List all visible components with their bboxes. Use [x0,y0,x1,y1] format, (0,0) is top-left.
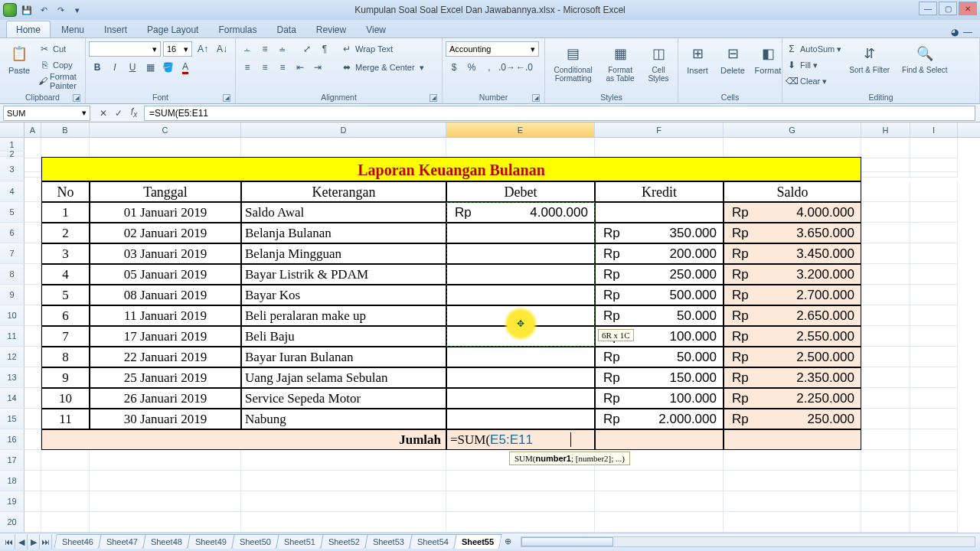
cell-tanggal[interactable]: 26 Januari 2019 [90,388,241,409]
cell-A20[interactable] [24,512,41,533]
cell-A8[interactable] [24,264,41,285]
merge-center-button[interactable]: ⬌Merge & Center▾ [341,60,424,75]
cell-kredit[interactable]: Rp250.000 [595,264,724,285]
cell-tanggal[interactable]: 02 Januari 2019 [90,223,241,243]
cell-I10[interactable] [910,305,958,326]
cell-E19[interactable] [446,491,595,512]
cell-D18[interactable] [241,471,446,491]
col-header-e[interactable]: E [446,122,595,137]
cell-I12[interactable] [910,347,958,367]
tab-menu[interactable]: Menu [52,21,93,37]
col-header-i[interactable]: I [910,122,958,137]
sheet-tab[interactable]: Sheet46 [54,534,101,549]
minimize-button[interactable]: — [919,2,937,15]
fill-button[interactable]: ⬇Fill▾ [786,57,841,73]
sheet-tab[interactable]: Sheet52 [320,534,368,549]
header-debet[interactable]: Debet [446,181,595,202]
cell-saldo[interactable]: Rp250.000 [724,409,861,429]
sheet-tab[interactable]: Sheet55 [453,534,502,549]
cell-A17[interactable] [24,450,41,471]
formula-input[interactable]: =SUM(E5:E11 [144,106,975,121]
help-icon[interactable]: ◕ [951,27,959,37]
cell-I16[interactable] [910,429,958,450]
scrollbar-thumb[interactable] [521,537,613,546]
cell-no[interactable]: 7 [41,326,90,347]
fill-color-button[interactable]: 🪣 [159,60,176,75]
sheet-tab[interactable]: Sheet54 [409,534,456,549]
align-bottom-icon[interactable]: ⫨ [274,41,291,57]
cell-debet[interactable] [446,409,595,429]
cell-H13[interactable] [861,367,910,388]
sheet-tab[interactable]: Sheet47 [98,534,145,549]
header-saldo[interactable]: Saldo [724,181,861,202]
cell-B19[interactable] [41,491,90,512]
align-middle-icon[interactable]: ≡ [256,41,273,57]
increase-font-icon[interactable]: A↑ [194,41,211,57]
tab-review[interactable]: Review [307,21,355,37]
col-header-a[interactable]: A [24,122,41,137]
cell-jumlah-kredit[interactable] [595,429,724,450]
cell-H8[interactable] [861,264,910,285]
cell-kredit[interactable]: Rp150.000 [595,367,724,388]
cell-I4[interactable] [910,181,958,202]
cell-keterangan[interactable]: Nabung [241,409,446,429]
cell-saldo[interactable]: Rp3.200.000 [724,264,861,285]
tab-nav-prev-icon[interactable]: ◀ [15,534,28,549]
tab-insert[interactable]: Insert [95,21,136,37]
cell-no[interactable]: 6 [41,305,90,326]
cell-H12[interactable] [861,347,910,367]
sheet-tab[interactable]: Sheet48 [142,534,190,549]
cell-A15[interactable] [24,409,41,429]
header-kredit[interactable]: Kredit [595,181,724,202]
format-painter-button[interactable]: 🖌Format Painter [38,73,82,89]
cell-debet[interactable] [446,367,595,388]
cell-I5[interactable] [910,202,958,223]
cell-keterangan[interactable]: Beli Baju [241,326,446,347]
font-color-button[interactable]: A [177,60,194,75]
align-right-icon[interactable]: ≡ [274,60,291,75]
clear-button[interactable]: ⌫Clear▾ [786,73,841,89]
cell-jumlah-saldo[interactable] [724,429,861,450]
format-as-table-button[interactable]: ▦Format as Table [601,41,639,84]
row-header[interactable]: 12 [0,347,24,367]
cell-I11[interactable] [910,326,958,347]
cell-debet[interactable] [446,223,595,243]
clipboard-launcher[interactable]: ◢ [73,94,80,102]
cell-debet[interactable] [446,347,595,367]
cell-A14[interactable] [24,388,41,409]
cell-A3[interactable] [24,157,41,178]
cell-kredit[interactable]: Rp350.000 [595,223,724,243]
cell-G18[interactable] [724,471,861,491]
cell-debet[interactable] [446,243,595,264]
cell-keterangan[interactable]: Belanja Mingguan [241,243,446,264]
cell-I20[interactable] [910,512,958,533]
cell-A6[interactable] [24,223,41,243]
cell-H16[interactable] [861,429,910,450]
cell-saldo[interactable]: Rp3.650.000 [724,223,861,243]
cell-H20[interactable] [861,512,910,533]
cell-no[interactable]: 3 [41,243,90,264]
cell-H7[interactable] [861,243,910,264]
tab-nav-first-icon[interactable]: ⏮ [3,534,15,549]
cell-keterangan[interactable]: Bayar Iuran Bulanan [241,347,446,367]
cell-kredit[interactable]: Rp200.000 [595,243,724,264]
cell-debet[interactable] [446,285,595,305]
spreadsheet-grid[interactable]: 1 23Laporan Keuangan Bulanan4NoTanggalKe… [0,138,980,533]
cell-keterangan[interactable]: Bayar Kos [241,285,446,305]
cell-D20[interactable] [241,512,446,533]
cell-F19[interactable] [595,491,724,512]
font-family-combo[interactable]: ▾ [89,41,161,57]
maximize-button[interactable]: ▢ [939,2,957,15]
cell-A16[interactable] [24,429,41,450]
cell-C20[interactable] [90,512,241,533]
alignment-launcher[interactable]: ◢ [430,94,437,102]
cell-F18[interactable] [595,471,724,491]
cell-no[interactable]: 2 [41,223,90,243]
orientation-icon[interactable]: ⤢ [299,41,315,57]
row-header[interactable]: 3 [0,157,24,181]
cell-debet[interactable]: Rp4.000.000 [446,202,595,223]
row-header[interactable]: 13 [0,367,24,388]
sheet-tab[interactable]: Sheet50 [231,534,279,549]
comma-format-icon[interactable]: , [481,60,498,75]
tab-home[interactable]: Home [6,21,51,37]
